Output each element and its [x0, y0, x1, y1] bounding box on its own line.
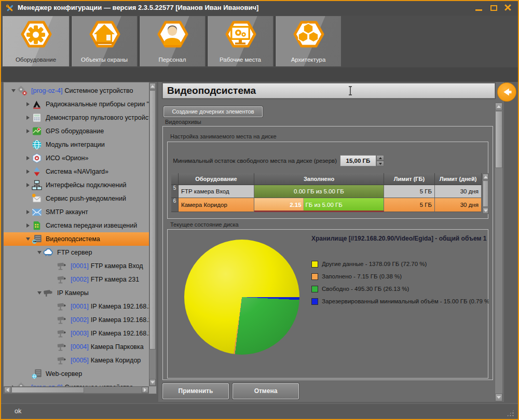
camera-icon [57, 274, 67, 285]
table-row[interactable]: 6Камера Коридор2.15ГБ из 5.00 ГБ5 ГБ30 д… [171, 198, 489, 212]
scroll-down-icon[interactable] [149, 379, 156, 386]
tree-item-label: Интерфейсы подключений [46, 181, 126, 189]
tree-item[interactable]: GPS оборудование [4, 124, 149, 138]
person-hexagon-icon [155, 18, 189, 50]
back-button[interactable] [497, 82, 516, 102]
stepper-up-icon[interactable] [376, 155, 384, 161]
expand-arrow-icon[interactable] [24, 223, 32, 228]
table-corner-cell [171, 173, 179, 185]
table-body: 5FTP камера Вход0.00 ГБ из 5.00 ГБ5 ГБ30… [171, 185, 489, 212]
tree-item-id: [0002] [71, 316, 89, 324]
table-vscroll-thumb[interactable] [483, 180, 488, 207]
tree-vertical-scrollbar[interactable] [149, 82, 156, 386]
table-row[interactable]: 5FTP камера Вход0.00 ГБ из 5.00 ГБ5 ГБ30… [171, 185, 489, 198]
expand-arrow-icon[interactable] [10, 89, 17, 92]
tree-item[interactable]: [prog-oz-4]Системное устройство [4, 84, 149, 97]
expand-arrow-icon[interactable] [24, 237, 32, 241]
title-bar[interactable]: Менеджер конфигурации — версия 2.3.5.225… [1, 1, 518, 16]
expand-arrow-icon[interactable] [24, 170, 32, 174]
tree-item-label: SMTP аккаунт [46, 208, 88, 216]
tree-item[interactable]: IP Камеры [4, 286, 149, 300]
tree-item-label: Системное устройство [64, 87, 133, 94]
expand-arrow-icon[interactable] [24, 116, 32, 120]
tree-item[interactable]: Демонстратор пультового устройст [4, 111, 149, 124]
limit-gb-cell: 5 ГБ [384, 185, 435, 198]
tree-item[interactable]: Web-сервер [4, 367, 149, 381]
expand-arrow-icon[interactable] [36, 291, 43, 295]
scroll-left-icon[interactable] [4, 387, 11, 393]
tree-item-id: [0001] [71, 303, 89, 310]
tree-item[interactable]: [0001]IP Камера 192.168.20.25 [4, 300, 149, 313]
limit-gb-cell: 5 ГБ [384, 198, 435, 212]
expand-arrow-icon[interactable] [36, 251, 43, 254]
expand-arrow-icon[interactable] [24, 129, 32, 133]
tree-item[interactable]: Сервис push-уведомлений [4, 192, 149, 205]
tree-item[interactable]: [0005]Камера Коридор [4, 354, 149, 367]
table-header-row: ОборудованиеЗаполненоЛимит (ГБ)Лимит (дн… [171, 173, 489, 185]
toolbar-item-5[interactable]: Архитектура [275, 16, 341, 66]
scroll-up-icon[interactable] [483, 174, 488, 180]
tree-item[interactable]: [0001]FTP камера Вход [4, 259, 149, 273]
element-name-input[interactable]: Видеоподсистема [162, 83, 495, 99]
resize-grip[interactable] [507, 409, 515, 416]
tree-item[interactable]: ИСО «Орион» [4, 151, 149, 165]
scroll-up-icon[interactable] [495, 103, 502, 110]
scroll-right-icon[interactable] [142, 387, 148, 393]
reserve-space-label: Минимальный остаток свободного места на … [172, 158, 337, 164]
tree-item-label: Модуль интеграции [46, 141, 105, 148]
expand-arrow-icon[interactable] [24, 210, 32, 214]
tree-hscroll-thumb[interactable] [11, 387, 84, 393]
minimize-button[interactable] [472, 1, 486, 15]
expand-arrow-icon[interactable] [24, 156, 32, 160]
expand-arrow-icon[interactable] [24, 102, 32, 106]
tree-item[interactable]: Модуль интеграции [4, 138, 149, 151]
tree-vscroll-thumb[interactable] [149, 90, 156, 349]
tree-horizontal-scrollbar[interactable] [4, 386, 149, 394]
tree-item-label: Камера Коридор [91, 357, 141, 364]
reserve-space-input[interactable]: 15,00 ГБ [340, 155, 376, 166]
progress-rest: ГБ из 5.00 ГБ [304, 198, 384, 211]
filled-progress-cell: 2.15ГБ из 5.00 ГБ [254, 198, 384, 212]
toolbar-item-2[interactable]: Объекты охраны [71, 16, 137, 66]
tree-item[interactable]: [0002]IP Камера 192.168.20.23 [4, 313, 149, 327]
maximize-button[interactable] [487, 1, 501, 15]
stepper-down-icon[interactable] [376, 161, 384, 166]
scroll-down-icon[interactable] [483, 207, 488, 214]
cancel-button[interactable]: Отмена [233, 383, 299, 399]
tree-item-label: Система «NAVIgard» [46, 168, 108, 175]
legend-label: Другие данные - 1378.09 ГБ (72.70 %) [322, 261, 427, 267]
toolbar-item-3[interactable]: Персонал [139, 16, 205, 66]
tree-item[interactable]: [0002]FTP камера 231 [4, 273, 149, 286]
tree-item[interactable]: Система передачи извещений [4, 219, 149, 232]
apply-button[interactable]: Применить [162, 383, 229, 399]
tree-item[interactable]: Видеоподсистема [4, 232, 149, 246]
tree-item[interactable]: [0004]Камера Парковка [4, 340, 149, 354]
table-vertical-scrollbar[interactable] [482, 173, 489, 214]
close-button[interactable] [501, 1, 515, 15]
scroll-down-icon[interactable] [495, 394, 502, 401]
expand-arrow-icon[interactable] [24, 183, 32, 187]
tree-item[interactable]: [0003]IP Камера 192.168.20.23 [4, 327, 149, 340]
legend-label: Зарезервированный минимальный объём - 15… [322, 298, 489, 304]
tree-item[interactable]: SMTP аккаунт [4, 205, 149, 219]
create-children-button[interactable]: Создание дочерних элементов [163, 106, 263, 117]
scroll-up-icon[interactable] [149, 83, 156, 90]
toolbar-item-4[interactable]: Рабочие места [207, 16, 273, 66]
tree-item-id: [0005] [71, 357, 89, 364]
webserver-icon [32, 369, 42, 379]
tree-item[interactable]: Радиоканальные приборы серии "L [4, 97, 149, 111]
reserve-space-stepper [376, 155, 384, 166]
tree-item[interactable]: Система «NAVIgard» [4, 165, 149, 178]
window-title: Менеджер конфигурации — версия 2.3.5.225… [18, 4, 258, 11]
camera-icon [57, 342, 67, 352]
table-column-header: Заполнено [254, 173, 384, 185]
toolbar-item-1[interactable]: Оборудование [3, 16, 69, 66]
tree-item[interactable]: FTPFTP сервер [4, 246, 149, 259]
minimize-icon [475, 9, 482, 11]
tree-item-label: Камера Парковка [91, 343, 144, 351]
content-vertical-scrollbar[interactable] [495, 102, 503, 402]
tree-item[interactable]: Интерфейсы подключений [4, 178, 149, 192]
legend-item: Свободно - 495.30 ГБ (26.13 %) [311, 283, 489, 295]
tree-item-label: IP Камера 192.168.20.23 [91, 316, 149, 324]
content-vscroll-thumb[interactable] [495, 111, 502, 168]
